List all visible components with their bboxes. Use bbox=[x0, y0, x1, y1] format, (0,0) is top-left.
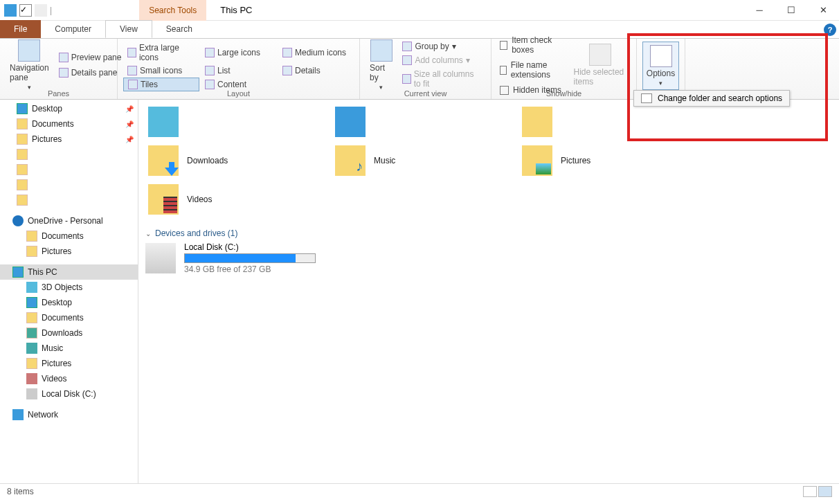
sort-by-button[interactable]: Sort by▾ bbox=[366, 37, 397, 93]
ribbon-tabs: File Computer View Search bbox=[0, 21, 839, 39]
search-tools-context-tab[interactable]: Search Tools bbox=[139, 0, 206, 21]
folder-tile-partial1[interactable] bbox=[145, 102, 305, 141]
qat-sep: | bbox=[50, 6, 52, 15]
chevron-down-icon: ⌄ bbox=[145, 230, 151, 237]
status-item-count: 8 items bbox=[7, 487, 34, 496]
tree-unnamed-folder[interactable] bbox=[0, 177, 138, 192]
close-button[interactable]: ✕ bbox=[807, 0, 839, 21]
folder-options-icon bbox=[641, 93, 652, 103]
add-columns-button: Add columns ▾ bbox=[398, 54, 485, 66]
section-devices-drives[interactable]: ⌄Devices and drives (1) bbox=[145, 228, 832, 238]
layout-list[interactable]: List bbox=[201, 64, 277, 77]
hide-selected-button: Hide selected items bbox=[570, 41, 631, 89]
disk-icon bbox=[145, 243, 176, 273]
tree-desktop[interactable]: Desktop📌 bbox=[0, 101, 138, 116]
layout-extra-large-icons[interactable]: Extra large icons bbox=[123, 42, 199, 64]
pin-icon: 📌 bbox=[125, 105, 134, 113]
maximize-button[interactable]: ☐ bbox=[775, 0, 807, 21]
tab-view[interactable]: View bbox=[105, 20, 152, 38]
tab-file[interactable]: File bbox=[0, 20, 41, 38]
tree-videos[interactable]: Videos bbox=[0, 371, 138, 386]
options-button[interactable]: Options▾ bbox=[642, 42, 679, 90]
tree-onedrive-documents[interactable]: Documents bbox=[0, 228, 138, 244]
tree-documents2[interactable]: Documents bbox=[0, 310, 138, 325]
layout-medium-icons[interactable]: Medium icons bbox=[278, 46, 354, 59]
folder-tile-partial2[interactable] bbox=[332, 102, 491, 141]
layout-details[interactable]: Details bbox=[278, 64, 354, 77]
tree-downloads[interactable]: Downloads bbox=[0, 325, 138, 341]
drive-name: Local Disk (C:) bbox=[184, 242, 316, 252]
folder-tile-pictures[interactable]: Pictures bbox=[519, 141, 678, 180]
tree-documents[interactable]: Documents📌 bbox=[0, 116, 138, 132]
tree-pictures2[interactable]: Pictures bbox=[0, 356, 138, 371]
help-icon[interactable]: ? bbox=[824, 24, 836, 36]
options-dropdown-item[interactable]: Change folder and search options bbox=[633, 90, 790, 107]
folder-tile-music[interactable]: ♪Music bbox=[332, 141, 491, 180]
drive-free-text: 34.9 GB free of 237 GB bbox=[184, 264, 316, 274]
pin-icon: 📌 bbox=[125, 136, 134, 143]
item-check-boxes[interactable]: Item check boxes bbox=[497, 34, 568, 56]
group-label-panes: Panes bbox=[0, 89, 117, 98]
group-label-showhide: Show/hide bbox=[491, 89, 636, 98]
tab-search[interactable]: Search bbox=[152, 20, 206, 38]
size-columns-button: Size all columns to fit bbox=[398, 68, 485, 90]
tree-pictures[interactable]: Pictures📌 bbox=[0, 132, 138, 147]
minimize-button[interactable]: ─ bbox=[743, 0, 775, 21]
tab-computer[interactable]: Computer bbox=[41, 20, 105, 38]
drive-local-disk-c[interactable]: Local Disk (C:) 34.9 GB free of 237 GB bbox=[145, 242, 318, 274]
view-tiles-button[interactable] bbox=[818, 486, 832, 497]
folder-tile-videos[interactable]: Videos bbox=[145, 180, 305, 219]
system-icon[interactable] bbox=[4, 4, 17, 17]
group-by-button[interactable]: Group by ▾ bbox=[398, 40, 485, 53]
tree-network[interactable]: Network bbox=[0, 407, 138, 422]
tree-3d-objects[interactable]: 3D Objects bbox=[0, 280, 138, 295]
tree-unnamed-folder[interactable] bbox=[0, 147, 138, 162]
group-label-layout: Layout bbox=[118, 89, 359, 98]
nav-tree[interactable]: Desktop📌 Documents📌 Pictures📌 OneDrive -… bbox=[0, 100, 138, 483]
folder-tile-downloads[interactable]: Downloads bbox=[145, 141, 305, 180]
titlebar: ✓ | Search Tools This PC ─ ☐ ✕ bbox=[0, 0, 839, 21]
tree-this-pc[interactable]: This PC bbox=[0, 264, 138, 280]
layout-small-icons[interactable]: Small icons bbox=[123, 64, 199, 77]
drive-usage-bar bbox=[184, 253, 316, 263]
group-label-currentview: Current view bbox=[360, 89, 491, 98]
content-pane[interactable]: Downloads ♪Music Pictures Videos ⌄Device… bbox=[138, 100, 839, 483]
layout-large-icons[interactable]: Large icons bbox=[201, 46, 277, 59]
window-title: This PC bbox=[220, 5, 252, 15]
tree-unnamed-folder[interactable] bbox=[0, 192, 138, 208]
tree-music[interactable]: Music bbox=[0, 341, 138, 356]
tree-desktop2[interactable]: Desktop bbox=[0, 295, 138, 310]
tree-local-disk[interactable]: Local Disk (C:) bbox=[0, 386, 138, 402]
ribbon: Navigation pane▾ Preview pane Details pa… bbox=[0, 39, 839, 100]
status-bar: 8 items bbox=[0, 483, 839, 498]
tree-unnamed-folder[interactable] bbox=[0, 162, 138, 177]
folder-tile-partial3[interactable] bbox=[519, 102, 678, 141]
qat-checked-icon[interactable]: ✓ bbox=[19, 4, 32, 17]
pin-icon: 📌 bbox=[125, 120, 134, 128]
tree-onedrive[interactable]: OneDrive - Personal bbox=[0, 213, 138, 228]
qat-dropdown-icon[interactable] bbox=[35, 4, 47, 17]
tree-onedrive-pictures[interactable]: Pictures bbox=[0, 244, 138, 259]
file-name-extensions[interactable]: File name extensions bbox=[497, 59, 568, 81]
view-details-button[interactable] bbox=[803, 486, 817, 497]
navigation-pane-button[interactable]: Navigation pane▾ bbox=[6, 37, 53, 93]
